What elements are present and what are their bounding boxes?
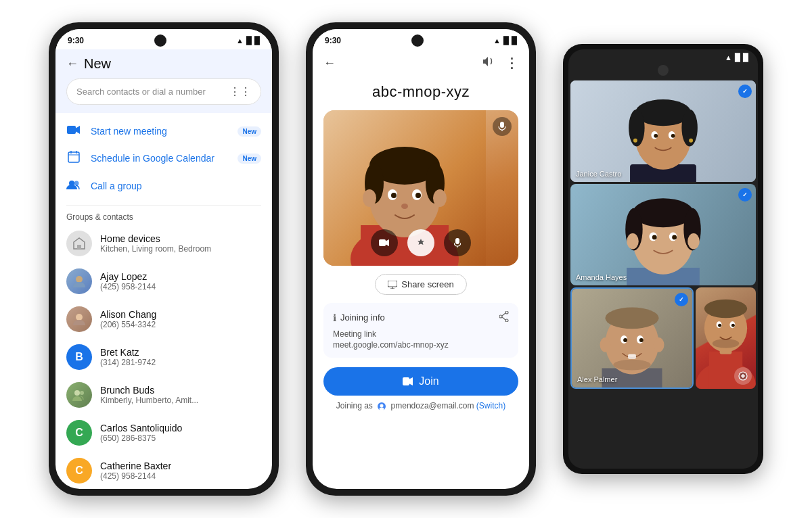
mic-status-icon — [493, 117, 512, 136]
bret-avatar: B — [66, 344, 92, 370]
contact-ajay[interactable]: Ajay Lopez (425) 958-2144 — [55, 262, 272, 300]
share-screen-button[interactable]: Share screen — [375, 274, 466, 295]
video-grid: ✓ Janice Castro — [568, 78, 758, 391]
camera-toggle-button[interactable] — [371, 229, 398, 256]
svg-rect-30 — [379, 239, 386, 246]
svg-point-93 — [704, 300, 747, 319]
joining-as-info: Joining as pmendoza@email.com (Switch) — [313, 401, 529, 416]
ajay-avatar — [66, 268, 92, 294]
battery-icon-2: ▉ — [512, 37, 517, 45]
brunch-name: Brunch Buds — [100, 385, 198, 396]
alison-avatar — [66, 306, 92, 332]
svg-point-26 — [363, 189, 376, 207]
catherine-info: Catherine Baxter (425) 958-2144 — [100, 461, 171, 481]
alex-video — [572, 289, 692, 387]
video-icon — [66, 125, 81, 137]
signal-icon-3: ▉ — [735, 53, 740, 62]
wifi-icon-3: ▲ — [725, 53, 732, 62]
svg-point-83 — [623, 338, 627, 342]
svg-point-43 — [380, 404, 384, 407]
svg-rect-7 — [77, 245, 81, 249]
svg-rect-0 — [67, 126, 76, 134]
svg-point-58 — [633, 139, 637, 143]
alison-phone: (206) 554-3342 — [100, 320, 156, 329]
svg-line-40 — [502, 317, 505, 320]
time-1: 9:30 — [68, 36, 84, 45]
effects-button[interactable] — [407, 229, 434, 256]
svg-rect-1 — [68, 152, 79, 162]
mic-toggle-button[interactable] — [444, 229, 471, 256]
back-button[interactable]: ← — [66, 57, 78, 71]
bret-name: Bret Katz — [100, 347, 156, 358]
more-icon[interactable]: ⋮ — [505, 55, 518, 71]
svg-point-27 — [433, 189, 447, 207]
svg-point-94 — [713, 339, 740, 348]
svg-point-59 — [689, 139, 693, 143]
contact-brunch-buds[interactable]: Brunch Buds Kimberly, Humberto, Amit... — [55, 376, 272, 414]
svg-point-38 — [499, 315, 502, 318]
alison-info: Alison Chang (206) 554-3342 — [100, 309, 156, 329]
meeting-code: abc-mnop-xyz — [313, 76, 529, 110]
contact-catherine[interactable]: C Catherine Baxter (425) 958-2144 — [55, 452, 272, 489]
contact-home-devices[interactable]: Home devices Kitchen, Living room, Bedro… — [55, 225, 272, 262]
join-button[interactable]: Join — [323, 367, 518, 396]
signal-icon-2: ▉ — [503, 37, 509, 45]
svg-point-36 — [505, 311, 508, 314]
alison-name: Alison Chang — [100, 309, 156, 320]
phone-3: ▲ ▉ ▉ — [563, 44, 763, 474]
join-button-label: Join — [419, 375, 438, 387]
home-sub: Kitchen, Living room, Bedroom — [100, 244, 211, 254]
status-bar-2: 9:30 ▲ ▉ ▉ — [313, 29, 529, 49]
alex-badge: ✓ — [675, 293, 688, 306]
video-cell-small — [696, 287, 756, 389]
share-icon[interactable] — [499, 311, 509, 324]
contact-carlos[interactable]: C Carlos Santoliquido (650) 286-8375 — [55, 414, 272, 452]
svg-point-72 — [627, 233, 639, 249]
svg-point-80 — [613, 360, 650, 371]
catherine-avatar: C — [66, 458, 92, 484]
svg-rect-31 — [455, 238, 459, 244]
video-controls — [371, 229, 471, 256]
schedule-calendar-item[interactable]: Schedule in Google Calendar New — [55, 144, 272, 172]
bottom-row: ✓ Alex Palmer — [570, 287, 756, 389]
contact-alison[interactable]: Alison Chang (206) 554-3342 — [55, 300, 272, 338]
carlos-phone: (650) 286-8375 — [100, 433, 182, 443]
svg-point-71 — [672, 235, 677, 239]
joining-info-header: ℹ Joining info — [333, 311, 509, 324]
notch-1 — [154, 34, 166, 47]
notch-3 — [658, 65, 669, 76]
group-icon — [66, 179, 81, 193]
back-button-2[interactable]: ← — [323, 56, 336, 70]
battery-icon-3: ▉ — [743, 53, 748, 62]
video-preview — [323, 110, 518, 266]
catherine-phone: (425) 958-2144 — [100, 471, 171, 481]
home-avatar — [66, 231, 92, 256]
phone2-nav: ← ⋮ — [313, 49, 529, 76]
amanda-name: Amanda Hayes — [576, 273, 627, 281]
dialpad-icon[interactable]: ⋮⋮ — [229, 85, 251, 98]
quick-actions: Start new meeting New Schedule in Google… — [55, 113, 272, 205]
start-meeting-item[interactable]: Start new meeting New — [55, 118, 272, 144]
call-group-item[interactable]: Call a group — [55, 172, 272, 199]
status-bar-3: ▲ ▉ ▉ — [568, 49, 758, 65]
ajay-phone: (425) 958-2144 — [100, 282, 156, 291]
notch-2 — [411, 34, 424, 47]
contact-bret[interactable]: B Bret Katz (314) 281-9742 — [55, 338, 272, 376]
add-person-button[interactable] — [734, 367, 752, 385]
calendar-icon — [66, 151, 81, 166]
volume-icon[interactable] — [482, 56, 494, 70]
schedule-label: Schedule in Google Calendar — [91, 153, 228, 164]
carlos-name: Carlos Santoliquido — [100, 423, 182, 433]
svg-point-10 — [74, 390, 80, 396]
brunch-avatar — [66, 382, 92, 408]
switch-account-link[interactable]: (Switch) — [476, 401, 505, 410]
svg-point-73 — [687, 233, 700, 249]
search-placeholder: Search contacts or dial a number — [76, 87, 206, 97]
phone1-header: ← New Search contacts or dial a number ⋮… — [55, 49, 272, 113]
search-bar[interactable]: Search contacts or dial a number ⋮⋮ — [66, 78, 261, 105]
svg-point-86 — [600, 337, 611, 352]
bret-phone: (314) 281-9742 — [100, 358, 156, 367]
video-cell-alex: ✓ Alex Palmer — [570, 287, 694, 389]
ajay-info: Ajay Lopez (425) 958-2144 — [100, 271, 156, 291]
joining-info-title-row: ℹ Joining info — [333, 312, 385, 323]
